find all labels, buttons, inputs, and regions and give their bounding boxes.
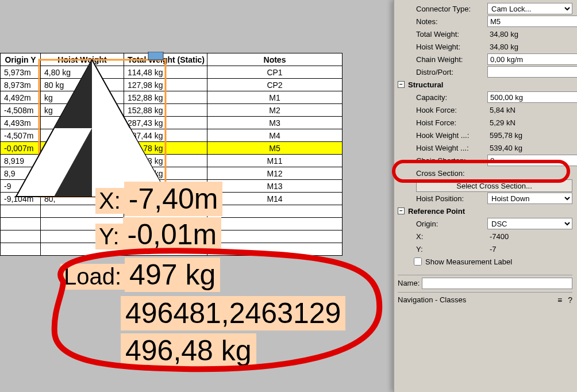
svg-rect-1 — [148, 52, 163, 60]
readout-x-label: X: — [95, 188, 124, 214]
hoist-weight2-value: 539,40 kg — [487, 144, 572, 152]
notes-cell[interactable]: M1 — [207, 91, 343, 104]
hoist-position-select[interactable]: Hoist Down — [487, 193, 572, 204]
origin-label: Origin: — [416, 220, 485, 228]
hook-force-value: 5,84 kN — [487, 106, 572, 114]
notes-cell[interactable] — [207, 205, 343, 218]
notes-cell[interactable]: M4 — [207, 129, 343, 142]
notes-cell[interactable]: CP2 — [207, 79, 343, 91]
section-structural-label: Structural — [408, 80, 443, 89]
x-label: X: — [416, 232, 485, 241]
hook-force-label: Hook Force: — [416, 106, 485, 114]
chain-shorten-label: Chain Shorten: — [416, 156, 485, 165]
readout-loadkg-value: 496,48 kg — [121, 333, 256, 368]
help-icon[interactable]: ? — [568, 295, 572, 305]
readout-load-value: 497 kg — [125, 258, 220, 292]
chain-shorten-input[interactable] — [487, 155, 577, 166]
notes-label: Notes: — [416, 17, 485, 26]
total-weight-label: Total Weight: — [416, 30, 485, 39]
readout-y: Y:-0,01m — [95, 217, 221, 252]
name-label: Name: — [398, 279, 420, 287]
header-notes[interactable]: Notes — [207, 53, 343, 66]
notes-cell[interactable]: M13 — [207, 180, 343, 193]
origin-y-cell[interactable] — [1, 243, 41, 256]
distro-port-label: Distro/Port: — [416, 68, 485, 76]
hoist-position-label: Hoist Position: — [416, 194, 485, 203]
notes-input[interactable] — [487, 16, 577, 27]
readout-longnum-value: 496481,2463129 — [121, 296, 345, 330]
total-weight-value: 34,80 kg — [487, 30, 572, 39]
x-value: -7400 — [487, 232, 572, 241]
hoist-force-value: 5,29 kN — [487, 118, 572, 127]
show-measurement-checkbox[interactable] — [414, 258, 422, 266]
capacity-label: Capacity: — [416, 93, 485, 102]
readout-x: X:-7,40m — [95, 182, 222, 216]
y-label: Y: — [416, 245, 485, 253]
notes-cell[interactable]: M2 — [207, 104, 343, 117]
navigation-classes-label[interactable]: Navigation - Classes — [398, 295, 466, 304]
readout-load: Load:497 kg — [60, 258, 220, 292]
notes-cell[interactable] — [207, 230, 343, 243]
connector-type-label: Connector Type: — [416, 5, 485, 13]
notes-cell[interactable]: M5 — [207, 142, 343, 155]
readout-y-value: -0,01m — [123, 217, 222, 252]
chain-weight-input[interactable] — [487, 53, 577, 65]
notes-cell[interactable]: M14 — [207, 193, 343, 205]
readout-loadkg: 496,48 kg — [121, 333, 256, 368]
section-refpoint-label: Reference Point — [408, 207, 465, 216]
collapse-icon[interactable]: − — [398, 207, 405, 214]
hook-weight-label: Hook Weight ...: — [416, 131, 485, 140]
hoist-symbol[interactable] — [10, 52, 174, 201]
notes-cell[interactable]: M3 — [207, 117, 343, 129]
origin-y-cell[interactable] — [1, 205, 41, 218]
notes-cell[interactable]: CP1 — [207, 66, 343, 79]
connector-type-select[interactable]: Cam Lock... — [487, 3, 572, 14]
readout-longnum: 496481,2463129 — [121, 296, 345, 330]
select-cross-section-button[interactable]: Select Cross Section... — [416, 179, 572, 192]
origin-y-cell[interactable] — [1, 218, 41, 230]
notes-cell[interactable] — [207, 243, 343, 256]
notes-cell[interactable]: M12 — [207, 167, 343, 180]
hoist-force-label: Hoist Force: — [416, 118, 485, 127]
notes-cell[interactable]: M11 — [207, 155, 343, 167]
origin-select[interactable]: DSC — [487, 218, 572, 229]
chain-weight-label: Chain Weight: — [416, 55, 485, 64]
hoist-weight-value: 34,80 kg — [487, 43, 572, 51]
properties-panel: Connector Type: Cam Lock... Notes: Total… — [393, 0, 577, 392]
hook-weight-value: 595,78 kg — [487, 131, 572, 140]
y-value: -7 — [487, 245, 572, 253]
menu-icon[interactable]: ≡ — [557, 295, 562, 305]
show-measurement-label: Show Measurement Label — [425, 258, 512, 266]
capacity-input[interactable] — [487, 91, 577, 103]
name-input[interactable] — [422, 278, 572, 289]
hoist-weight-label: Hoist Weight: — [416, 43, 485, 51]
readout-y-label: Y: — [95, 224, 123, 249]
notes-cell[interactable] — [207, 218, 343, 230]
cross-section-label: Cross Section: — [416, 169, 485, 178]
hoist-weight2-label: Hoist Weight ...: — [416, 144, 485, 152]
readout-load-label: Load: — [60, 264, 125, 290]
readout-x-value: -7,40m — [124, 182, 223, 216]
distro-port-input[interactable] — [487, 66, 577, 78]
collapse-icon[interactable]: − — [398, 81, 405, 88]
origin-y-cell[interactable] — [1, 230, 41, 243]
